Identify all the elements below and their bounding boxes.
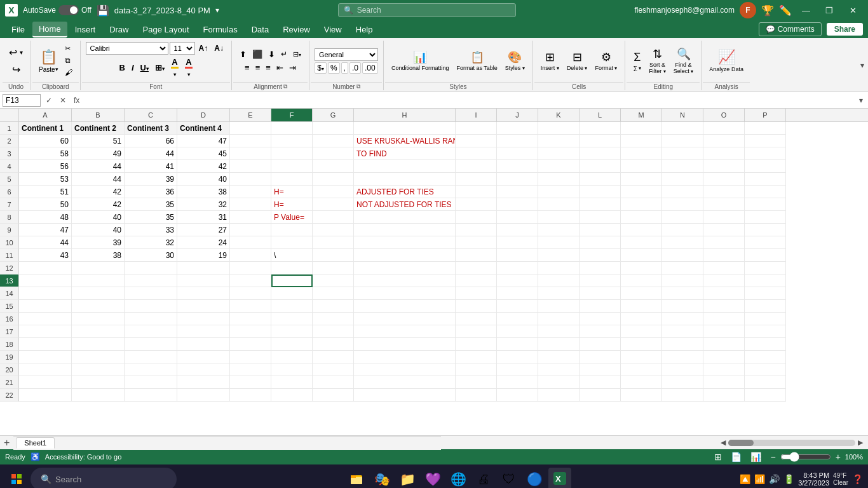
menu-home[interactable]: Home: [32, 22, 67, 37]
cell-h22[interactable]: [354, 389, 456, 402]
cell-o14[interactable]: [703, 287, 745, 300]
cell-m22[interactable]: [621, 389, 662, 402]
col-header-l[interactable]: L: [580, 109, 621, 121]
cell-o21[interactable]: [703, 376, 745, 389]
cell-k12[interactable]: [538, 262, 580, 274]
cell-j7[interactable]: [497, 198, 538, 211]
cell-e7[interactable]: [230, 198, 271, 211]
cell-n14[interactable]: [662, 287, 703, 300]
row-num-20[interactable]: 20: [0, 363, 19, 376]
cell-l6[interactable]: [580, 186, 621, 198]
cell-c2[interactable]: 66: [125, 135, 177, 147]
cell-g17[interactable]: [313, 325, 354, 338]
cell-o12[interactable]: [703, 262, 745, 274]
row-num-4[interactable]: 4: [0, 160, 19, 173]
cell-m6[interactable]: [621, 186, 662, 198]
page-layout-view-button[interactable]: 📄: [729, 451, 743, 463]
cell-e9[interactable]: [230, 224, 271, 236]
cell-i17[interactable]: [456, 325, 497, 338]
cell-d14[interactable]: [177, 287, 230, 300]
cell-l20[interactable]: [580, 363, 621, 376]
cell-c9[interactable]: 33: [125, 224, 177, 236]
cell-l22[interactable]: [580, 389, 621, 402]
paste-button[interactable]: 📋 Paste▾: [36, 47, 61, 75]
undo-button[interactable]: ↩ ▾: [6, 44, 25, 60]
row-num-22[interactable]: 22: [0, 389, 19, 402]
col-header-k[interactable]: K: [538, 109, 580, 121]
cell-o20[interactable]: [703, 363, 745, 376]
analyze-data-button[interactable]: 📈 Analyze Data: [707, 47, 746, 74]
col-header-b[interactable]: B: [72, 109, 125, 121]
cell-l15[interactable]: [580, 300, 621, 313]
normal-view-button[interactable]: ⊞: [712, 451, 724, 463]
currency-button[interactable]: $▾: [315, 62, 327, 74]
font-name-select[interactable]: Calibri: [86, 42, 168, 55]
cell-j9[interactable]: [497, 224, 538, 236]
cell-l11[interactable]: [580, 249, 621, 262]
row-num-3[interactable]: 3: [0, 147, 19, 160]
cell-c4[interactable]: 41: [125, 160, 177, 173]
cell-f16[interactable]: [271, 313, 313, 325]
cell-l13[interactable]: [580, 274, 621, 287]
cell-a10[interactable]: 44: [19, 236, 72, 249]
cell-j2[interactable]: [497, 135, 538, 147]
cell-o22[interactable]: [703, 389, 745, 402]
cell-b3[interactable]: 49: [72, 147, 125, 160]
cell-g1[interactable]: [313, 122, 354, 135]
cell-h4[interactable]: [354, 160, 456, 173]
cell-a15[interactable]: [19, 300, 72, 313]
cell-e20[interactable]: [230, 363, 271, 376]
cell-k20[interactable]: [538, 363, 580, 376]
title-search-bar[interactable]: 🔍 Search: [338, 3, 516, 17]
row-num-8[interactable]: 8: [0, 211, 19, 224]
scroll-right-button[interactable]: ▶: [858, 438, 863, 447]
cell-d18[interactable]: [177, 338, 230, 351]
cell-e2[interactable]: [230, 135, 271, 147]
cell-e10[interactable]: [230, 236, 271, 249]
cell-g11[interactable]: [313, 249, 354, 262]
cell-h6[interactable]: ADJUSTED FOR TIES: [354, 186, 456, 198]
cell-k5[interactable]: [538, 173, 580, 186]
cell-b1[interactable]: Continent 2: [72, 122, 125, 135]
cell-f18[interactable]: [271, 338, 313, 351]
align-middle-button[interactable]: ⬛: [250, 48, 265, 60]
cell-c5[interactable]: 39: [125, 173, 177, 186]
cell-m21[interactable]: [621, 376, 662, 389]
cell-i4[interactable]: [456, 160, 497, 173]
cell-p11[interactable]: [745, 249, 786, 262]
cell-g9[interactable]: [313, 224, 354, 236]
cell-j5[interactable]: [497, 173, 538, 186]
cell-j3[interactable]: [497, 147, 538, 160]
time-area[interactable]: 8:43 PM 3/27/2023: [798, 471, 829, 487]
menu-insert[interactable]: Insert: [69, 22, 102, 37]
cell-g18[interactable]: [313, 338, 354, 351]
cell-o15[interactable]: [703, 300, 745, 313]
cell-e17[interactable]: [230, 325, 271, 338]
cell-m19[interactable]: [621, 351, 662, 363]
cell-h14[interactable]: [354, 287, 456, 300]
cell-g16[interactable]: [313, 313, 354, 325]
cell-e13[interactable]: [230, 274, 271, 287]
cell-g14[interactable]: [313, 287, 354, 300]
decrease-decimal-button[interactable]: .0: [349, 62, 361, 74]
cell-n2[interactable]: [662, 135, 703, 147]
cell-k8[interactable]: [538, 211, 580, 224]
cell-p6[interactable]: [745, 186, 786, 198]
col-header-o[interactable]: O: [703, 109, 745, 121]
cell-a14[interactable]: [19, 287, 72, 300]
cell-g2[interactable]: [313, 135, 354, 147]
cell-h19[interactable]: [354, 351, 456, 363]
cell-i13[interactable]: [456, 274, 497, 287]
cell-g21[interactable]: [313, 376, 354, 389]
cell-f13[interactable]: [271, 274, 313, 287]
cell-k18[interactable]: [538, 338, 580, 351]
font-grow-button[interactable]: A↑: [196, 43, 211, 54]
decrease-indent-button[interactable]: ⇤: [274, 62, 286, 74]
cell-j14[interactable]: [497, 287, 538, 300]
cell-l5[interactable]: [580, 173, 621, 186]
bold-button[interactable]: B: [117, 62, 128, 74]
cell-b18[interactable]: [72, 338, 125, 351]
increase-indent-button[interactable]: ⇥: [287, 62, 299, 74]
cell-f21[interactable]: [271, 376, 313, 389]
cell-f11[interactable]: \: [271, 249, 313, 262]
